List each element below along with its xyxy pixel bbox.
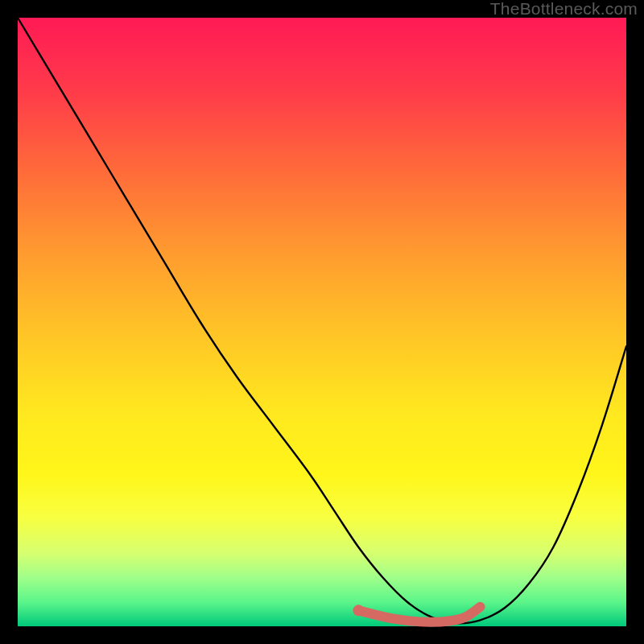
plot-area bbox=[18, 18, 626, 626]
optimal-range-path bbox=[358, 607, 480, 622]
watermark-text: TheBottleneck.com bbox=[490, 0, 638, 18]
chart-svg bbox=[18, 18, 626, 626]
bottleneck-curve-path bbox=[18, 18, 626, 623]
optimal-range-start-dot bbox=[353, 605, 364, 616]
chart-frame: TheBottleneck.com bbox=[0, 0, 644, 644]
